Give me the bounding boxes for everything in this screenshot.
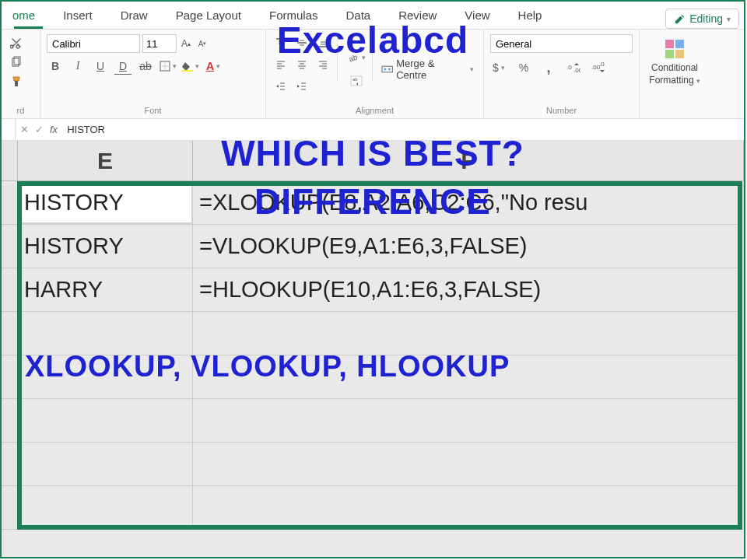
cell-E[interactable]: HISTORY (18, 225, 193, 268)
editing-label: Editing (689, 12, 723, 25)
tab-help[interactable]: Help (504, 3, 556, 29)
copy-icon (10, 56, 23, 68)
tab-insert[interactable]: Insert (49, 3, 107, 29)
cell-E[interactable] (18, 312, 193, 355)
cond-label1: Conditional (651, 63, 698, 73)
borders-icon (160, 61, 170, 72)
align-middle-button[interactable] (293, 34, 310, 51)
double-underline-button[interactable]: D (114, 58, 132, 75)
row-header[interactable] (2, 443, 18, 485)
svg-text:ab: ab (348, 52, 359, 63)
cell-F[interactable]: =HLOOKUP(E10,A1:E6,3,FALSE) (193, 268, 744, 311)
number-group-label: Number (490, 104, 633, 118)
select-all-corner[interactable] (2, 141, 18, 180)
cell-E[interactable] (18, 486, 193, 529)
decrease-font-button[interactable]: A▾ (195, 37, 209, 51)
format-painter-button[interactable] (8, 73, 25, 90)
svg-rect-37 (382, 66, 392, 72)
align-center-icon (296, 59, 307, 70)
cell-F[interactable] (193, 443, 744, 485)
increase-decimal-button[interactable]: .0.00 (565, 59, 582, 76)
svg-rect-43 (675, 40, 684, 48)
orientation-button[interactable]: ab (346, 49, 366, 66)
tab-review[interactable]: Review (384, 3, 451, 29)
tab-formulas[interactable]: Formulas (255, 3, 332, 29)
cell-E[interactable]: HISTORY (18, 181, 193, 224)
align-top-icon (275, 37, 286, 48)
accept-formula-button[interactable]: ✓ (35, 124, 44, 135)
borders-button[interactable] (160, 58, 177, 75)
row-header[interactable] (2, 225, 18, 268)
font-name-select[interactable] (47, 34, 140, 53)
tab-home[interactable]: ome (8, 3, 49, 29)
decrease-decimal-button[interactable]: .00.0 (590, 59, 607, 76)
wrap-text-button[interactable]: ab (346, 72, 366, 89)
cell-F[interactable] (193, 486, 744, 529)
cell-E[interactable]: HARRY (18, 268, 193, 311)
comma-button[interactable]: , (540, 59, 557, 76)
tab-draw[interactable]: Draw (107, 3, 162, 29)
currency-button[interactable]: $ (490, 59, 507, 76)
row-header[interactable] (2, 268, 18, 311)
tab-data[interactable]: Data (331, 3, 384, 29)
row-header[interactable] (2, 181, 18, 224)
data-rows: HISTORY=XLOOKUP(E8,A2:A6,C2:C6,"No resuH… (2, 181, 744, 530)
excel-window: ome Insert Draw Page Layout Formulas Dat… (0, 0, 745, 558)
orientation-icon: ab (347, 51, 359, 64)
underline-button[interactable]: U (92, 58, 109, 75)
wrap-icon: ab (350, 75, 363, 87)
svg-text:.0: .0 (566, 64, 572, 71)
strikethrough-button[interactable]: ab (137, 58, 154, 75)
row-header[interactable] (2, 486, 18, 529)
ribbon: rd A▴ A▾ B I U D ab A (2, 30, 744, 119)
cell-F[interactable]: =VLOOKUP(E9,A1:E6,3,FALSE) (193, 225, 744, 268)
clipboard-label: rd (8, 104, 33, 118)
bold-button[interactable]: B (47, 58, 64, 75)
cell-F[interactable] (193, 399, 744, 442)
formula-input[interactable]: HISTOR (62, 124, 744, 135)
inc-decimal-icon: .0.00 (566, 62, 580, 73)
row-header[interactable] (2, 312, 18, 355)
fx-button[interactable]: fx (50, 124, 58, 135)
row-header[interactable] (2, 399, 18, 442)
align-top-button[interactable] (272, 34, 289, 51)
conditional-formatting-button[interactable]: Conditional Formatting (646, 34, 703, 89)
cell-F[interactable] (193, 312, 744, 355)
cell-E[interactable] (18, 443, 193, 485)
column-header-E[interactable]: E (18, 141, 193, 180)
svg-text:.00: .00 (573, 67, 580, 73)
decrease-indent-button[interactable] (272, 78, 289, 95)
cell-F[interactable]: =XLOOKUP(E8,A2:A6,C2:C6,"No resu (193, 181, 744, 224)
align-left-button[interactable] (272, 56, 289, 73)
align-right-button[interactable] (314, 56, 331, 73)
font-size-select[interactable] (142, 34, 177, 53)
cancel-formula-button[interactable]: ✕ (20, 124, 29, 135)
editing-mode-button[interactable]: Editing ▾ (665, 9, 739, 29)
table-row (2, 399, 744, 443)
svg-rect-2 (15, 81, 18, 86)
cond-label2: Formatting (649, 75, 700, 86)
percent-button[interactable]: % (515, 59, 532, 76)
number-format-select[interactable] (490, 34, 633, 53)
fill-color-button[interactable] (182, 58, 199, 75)
font-color-button[interactable]: A (205, 58, 222, 75)
row-header[interactable] (2, 355, 18, 398)
italic-button[interactable]: I (69, 58, 86, 75)
svg-rect-6 (182, 70, 193, 72)
cut-button[interactable] (8, 34, 25, 51)
align-center-button[interactable] (293, 56, 310, 73)
increase-font-button[interactable]: A▴ (179, 37, 193, 51)
tab-view[interactable]: View (451, 3, 503, 29)
tab-page-layout[interactable]: Page Layout (162, 3, 255, 29)
cell-F[interactable] (193, 355, 744, 398)
column-headers: E F (2, 141, 744, 181)
svg-rect-45 (675, 50, 684, 58)
cell-E[interactable] (18, 355, 193, 398)
copy-button[interactable] (8, 54, 25, 71)
column-header-F[interactable]: F (193, 141, 744, 180)
align-bottom-button[interactable] (314, 34, 331, 51)
increase-indent-button[interactable] (293, 78, 310, 95)
name-box[interactable] (2, 119, 16, 140)
cell-E[interactable] (18, 399, 193, 442)
merge-center-button[interactable]: Merge & Centre (378, 34, 477, 104)
